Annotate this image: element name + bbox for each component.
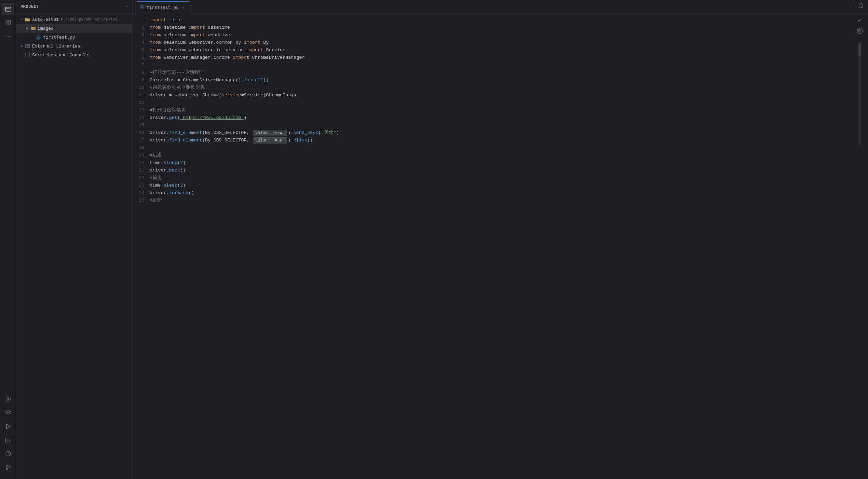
line-content[interactable] [150,99,868,107]
editor-line[interactable]: 13#打开百度标签页 [133,107,868,114]
line-number: 23 [133,182,150,189]
external-libs-icon [25,43,31,49]
line-content[interactable]: #后退 [150,152,868,159]
editor-line[interactable]: 3from selenium import webdriver [133,31,868,39]
line-content[interactable]: from selenium.webdriver.common.by import… [150,39,868,46]
editor-line[interactable]: 4from selenium.webdriver.common.by impor… [133,39,868,46]
editor-line[interactable]: 11driver = webdriver.Chrome(service=Serv… [133,92,868,99]
svg-point-5 [5,36,6,37]
line-content[interactable]: from selenium.webdriver.ie.service impor… [150,46,868,54]
tree-arrow-images: ▶ [25,26,30,31]
line-number: 11 [133,92,150,99]
editor-line[interactable]: 22#前进 [133,174,868,182]
line-content[interactable]: ChromeIns = ChromeDriverManager().instal… [150,77,868,84]
sidebar-tree: ▾ autoTest01 D:\code\python\autoTest01 ▶… [16,14,132,479]
tab-bar-actions: ⋮ [847,1,865,12]
tab-close-button[interactable]: ✕ [181,5,186,10]
line-number: 6 [133,54,150,61]
sidebar: Project ▾ ▾ autoTest01 D:\code\python\au… [16,0,133,479]
editor-line[interactable]: 17driver.find_element(By.CSS_SELECTOR, v… [133,137,868,144]
line-content[interactable]: #打开百度标签页 [150,107,868,114]
line-content[interactable]: driver = webdriver.Chrome(service=Servic… [150,92,868,99]
tree-label-scratches: Scratches and Consoles [32,53,91,58]
line-content[interactable]: import time [150,16,868,24]
tree-item-scratches[interactable]: ▶ Scratches and Consoles [16,51,132,59]
editor-area: py firstTest.py ✕ ⋮ 1import time2from da… [133,0,868,479]
editor-line[interactable]: 21driver.back() [133,167,868,174]
line-number: 3 [133,31,150,39]
line-number: 13 [133,107,150,114]
line-number: 8 [133,69,150,77]
ai-assistant-icon[interactable] [856,27,863,36]
editor-line[interactable]: 2from datetime import datetime [133,24,868,31]
editor-line[interactable]: 25#刷新 [133,197,868,204]
editor-line[interactable]: 6from webdriver_manager.chrome import Ch… [133,54,868,61]
line-content[interactable]: from selenium import webdriver [150,31,868,39]
line-content[interactable]: driver.back() [150,167,868,174]
sidebar-chevron-icon: ▾ [126,5,128,9]
python-file-icon: py [36,34,42,40]
editor-line[interactable]: 24driver.forward() [133,189,868,197]
plugin-icon[interactable] [2,393,14,405]
line-content[interactable] [150,61,868,69]
line-content[interactable]: time.sleep(2) [150,182,868,189]
tree-item-autotest01[interactable]: ▾ autoTest01 D:\code\python\autoTest01 [16,15,132,24]
line-number: 25 [133,197,150,204]
svg-marker-10 [6,424,11,429]
run-icon[interactable] [2,420,14,433]
line-content[interactable] [150,144,868,152]
line-content[interactable]: driver.find_element(By.CSS_SELECTOR, val… [150,137,868,144]
line-content[interactable]: time.sleep(2) [150,159,868,167]
line-content[interactable]: #打开浏览器---驱动管理 [150,69,868,77]
line-content[interactable]: #创建谷歌浏览器驱动对象 [150,84,868,92]
line-number: 14 [133,114,150,122]
editor-line[interactable]: 10#创建谷歌浏览器驱动对象 [133,84,868,92]
activity-bar [0,0,16,479]
problems-icon[interactable] [2,448,14,460]
tree-item-images[interactable]: ▶ images [16,24,132,33]
editor-line[interactable]: 1import time [133,16,868,24]
editor-line[interactable]: 18 [133,144,868,152]
editor-line[interactable]: 12 [133,99,868,107]
line-content[interactable]: #前进 [150,174,868,182]
tree-path-autotest01: D:\code\python\autoTest01 [61,17,117,22]
editor-line[interactable]: 20time.sleep(2) [133,159,868,167]
line-content[interactable] [150,122,868,129]
line-content[interactable]: driver.find_element(By.CSS_SELECTOR, val… [150,129,868,137]
activity-bar-bottom [2,393,14,476]
line-number: 5 [133,46,150,54]
editor-line[interactable]: 7 [133,61,868,69]
layers-icon[interactable] [2,407,14,419]
line-content[interactable]: from webdriver_manager.chrome import Chr… [150,54,868,61]
line-content[interactable]: #刷新 [150,197,868,204]
editor-line[interactable]: 9ChromeIns = ChromeDriverManager().insta… [133,77,868,84]
folder-open-icon [25,16,31,23]
editor-line[interactable]: 16driver.find_element(By.CSS_SELECTOR, v… [133,129,868,137]
tree-item-external-libs[interactable]: ▶ External Libraries [16,42,132,51]
git-icon[interactable] [2,461,14,474]
more-button[interactable]: ⋮ [847,1,855,12]
editor-line[interactable]: 15 [133,122,868,129]
tree-item-firsttest[interactable]: ▶ py firstTest.py [16,33,132,42]
editor-line[interactable]: 14driver.get("https://www.baidu.com") [133,114,868,122]
svg-point-33 [859,30,860,31]
editor-line[interactable]: 23time.sleep(2) [133,182,868,189]
sidebar-header[interactable]: Project ▾ [16,0,132,14]
more-dots-icon[interactable] [2,30,14,42]
structure-icon[interactable] [2,16,14,29]
terminal-icon[interactable] [2,434,14,446]
tab-firsttest[interactable]: py firstTest.py ✕ [135,1,191,14]
tree-label-autotest01: autoTest01 [32,17,59,22]
line-content[interactable]: driver.get("https://www.baidu.com") [150,114,868,122]
code-editor[interactable]: 1import time2from datetime import dateti… [133,14,868,479]
line-content[interactable]: from datetime import datetime [150,24,868,31]
editor-line[interactable]: 19#后退 [133,152,868,159]
editor-line[interactable]: 8#打开浏览器---驱动管理 [133,69,868,77]
line-number: 22 [133,174,150,182]
line-number: 7 [133,61,150,69]
folder-icon[interactable] [2,3,14,15]
notifications-button[interactable] [856,1,865,12]
line-content[interactable]: driver.forward() [150,189,868,197]
svg-point-14 [8,455,9,455]
editor-line[interactable]: 5from selenium.webdriver.ie.service impo… [133,46,868,54]
